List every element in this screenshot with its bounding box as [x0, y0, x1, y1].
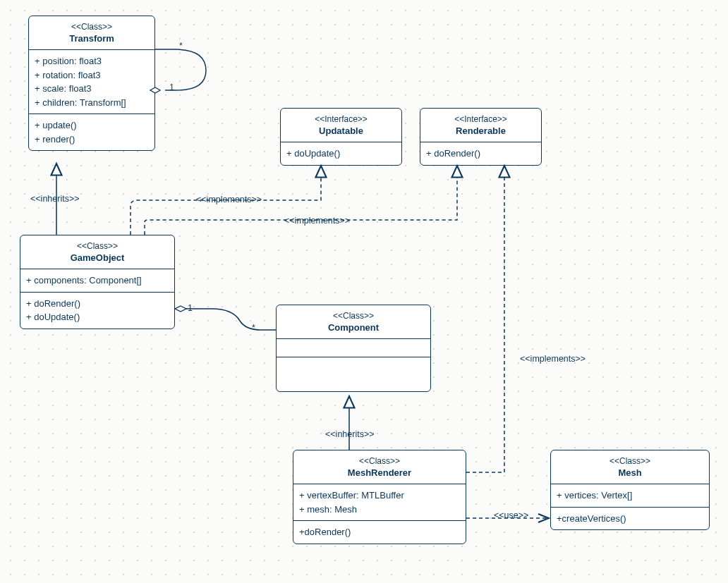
op: + doUpdate() [26, 310, 169, 324]
attributes [277, 339, 430, 357]
class-meshrenderer[interactable]: <<Class>> MeshRenderer + vertexBuffer: M… [293, 450, 466, 544]
attributes: + vertices: Vertex[] [551, 484, 709, 508]
interface-updatable[interactable]: <<Interface>> Updatable + doUpdate() [280, 108, 402, 166]
attr: + rotation: float3 [35, 68, 149, 82]
stereotype: <<Interface>> [285, 114, 397, 124]
class-header: <<Class>> MeshRenderer [293, 450, 466, 484]
label-use: <<use>> [494, 510, 528, 520]
class-header: <<Interface>> Renderable [420, 109, 541, 142]
class-name: Updatable [285, 125, 397, 136]
operations: + doRender() [420, 142, 541, 165]
label-implements: <<implements>> [284, 216, 350, 226]
attributes: + position: float3 + rotation: float3 + … [29, 50, 154, 114]
stereotype: <<Class>> [298, 456, 461, 466]
interface-renderable[interactable]: <<Interface>> Renderable + doRender() [420, 108, 542, 166]
label-implements: <<implements>> [520, 354, 586, 364]
attr: + vertexBuffer: MTLBuffer [299, 489, 460, 503]
class-header: <<Class>> GameObject [20, 235, 174, 269]
op: + render() [35, 133, 149, 147]
class-name: MeshRenderer [298, 467, 461, 478]
class-transform[interactable]: <<Class>> Transform + position: float3 +… [28, 16, 155, 151]
label-inherits: <<inherits>> [325, 429, 375, 439]
attr: + mesh: Mesh [299, 503, 460, 517]
class-name: Renderable [425, 125, 537, 136]
operations [277, 357, 430, 391]
operations: + update() + render() [29, 114, 154, 150]
label-inherits: <<inherits>> [30, 194, 80, 204]
operations: + doRender() + doUpdate() [20, 293, 174, 329]
class-gameobject[interactable]: <<Class>> GameObject + components: Compo… [20, 235, 175, 329]
stereotype: <<Class>> [25, 241, 170, 251]
class-header: <<Interface>> Updatable [281, 109, 401, 142]
attributes: + components: Component[] [20, 269, 174, 293]
class-name: GameObject [25, 252, 170, 263]
stereotype: <<Interface>> [425, 114, 537, 124]
class-name: Transform [33, 33, 150, 44]
op: + doRender() [26, 297, 169, 311]
attr: + position: float3 [35, 54, 149, 68]
op: + doRender() [426, 147, 535, 161]
class-header: <<Class>> Component [277, 305, 430, 339]
stereotype: <<Class>> [281, 311, 426, 321]
attributes: + vertexBuffer: MTLBuffer + mesh: Mesh [293, 484, 466, 521]
op: + update() [35, 118, 149, 133]
op: +createVertices() [557, 512, 703, 526]
cardinality: 1 [169, 82, 174, 92]
operations: + doUpdate() [281, 142, 401, 165]
class-name: Mesh [555, 467, 705, 478]
operations: +createVertices() [551, 508, 709, 530]
class-header: <<Class>> Transform [29, 16, 154, 50]
stereotype: <<Class>> [555, 456, 705, 466]
class-mesh[interactable]: <<Class>> Mesh + vertices: Vertex[] +cre… [550, 450, 710, 530]
operations: +doRender() [293, 521, 466, 544]
attr: + components: Component[] [26, 274, 169, 288]
stereotype: <<Class>> [33, 22, 150, 32]
class-header: <<Class>> Mesh [551, 450, 709, 484]
attr: + scale: float3 [35, 82, 149, 96]
class-component[interactable]: <<Class>> Component [276, 305, 431, 392]
op: + doUpdate() [286, 147, 396, 161]
attr: + vertices: Vertex[] [557, 489, 703, 503]
cardinality: * [252, 323, 255, 333]
cardinality: 1 [188, 303, 193, 313]
op: +doRender() [299, 525, 460, 539]
cardinality: * [179, 41, 183, 51]
label-implements: <<implements>> [196, 195, 262, 204]
attr: + children: Transform[] [35, 96, 149, 110]
class-name: Component [281, 322, 426, 333]
